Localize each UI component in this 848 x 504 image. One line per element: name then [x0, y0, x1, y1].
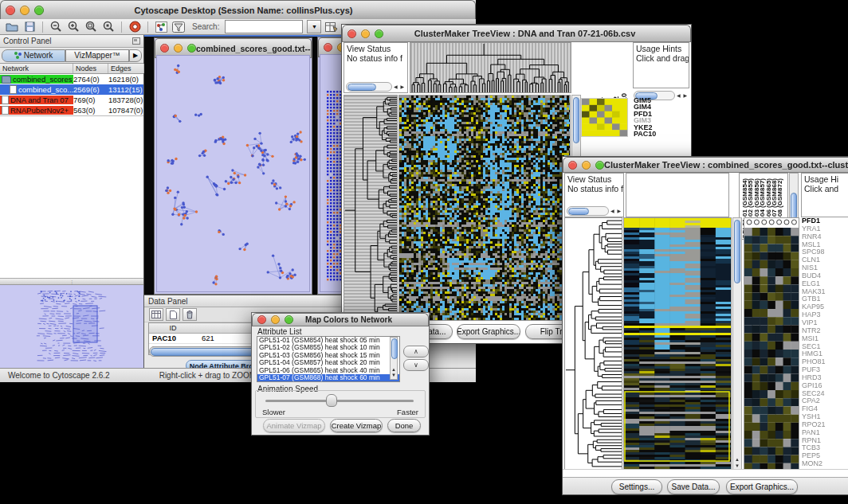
- animate-vizmap-button[interactable]: Animate Vizmap: [263, 419, 325, 432]
- search-input[interactable]: [225, 20, 303, 33]
- zoom-button[interactable]: [187, 44, 196, 53]
- overview-canvas: [0, 285, 143, 368]
- tv1-column-dendrogram[interactable]: [410, 42, 571, 93]
- open-file-icon[interactable]: [5, 21, 19, 33]
- tv1-view-status: View Status No status info f ◀ ▶: [344, 42, 408, 93]
- network-row[interactable]: combined_scores_ 2764(0) 16218(0): [0, 74, 143, 84]
- speed-slider-thumb[interactable]: [326, 394, 337, 407]
- zoom-button[interactable]: [595, 161, 604, 170]
- dialog-title: Map Colors to Network: [293, 315, 404, 324]
- network-type-icon: [2, 106, 9, 115]
- float-panel-icon[interactable]: [132, 37, 140, 45]
- tv1-zoommatrix-canvas: [582, 99, 627, 136]
- tv1-title: ClusterMaker TreeView : DNA and Tran 07-…: [383, 29, 666, 38]
- attribute-list-label: Attribute List: [257, 327, 302, 336]
- zoom-button[interactable]: [285, 315, 293, 324]
- close-button[interactable]: [568, 161, 577, 170]
- move-down-button[interactable]: ∨: [403, 359, 429, 371]
- search-label: Search:: [192, 22, 219, 31]
- minimize-button[interactable]: [20, 6, 29, 15]
- network-row[interactable]: combined_sco... 2569(6) 13112(15): [0, 84, 143, 95]
- help-lifering-icon[interactable]: [128, 21, 142, 33]
- tv2-view-status: View Status No status info f ◀ ▶: [564, 173, 624, 217]
- network-view-1[interactable]: [156, 55, 310, 292]
- save-icon[interactable]: [22, 21, 37, 33]
- frame1-title: combined_scores_good.txt--cluste...: [196, 44, 311, 53]
- network-table-rows: combined_scores_ 2764(0) 16218(0) combin…: [0, 74, 143, 116]
- attribute-item[interactable]: GPL51-07 (GSM868) heat shock 60 min: [257, 374, 399, 381]
- animation-speed-group: Slower Faster: [255, 390, 426, 418]
- tv2-row-dendrogram[interactable]: [564, 217, 622, 471]
- tv1-heatmap[interactable]: [398, 95, 571, 321]
- tv1-row-dendrogram[interactable]: [344, 95, 398, 321]
- close-button[interactable]: [257, 315, 266, 324]
- table-export-icon[interactable]: [324, 21, 339, 33]
- tv2-status-scrollbar[interactable]: ◀ ▶: [567, 206, 622, 215]
- desktop: Cytoscape Desktop (Session Name: collins…: [0, 0, 848, 504]
- zoom-selected-icon[interactable]: [101, 21, 116, 33]
- network-row[interactable]: DNA and Tran 07 769(0) 183728(0): [0, 95, 143, 105]
- network-type-icon: [2, 96, 9, 104]
- select-attributes-icon[interactable]: [149, 308, 163, 321]
- tv2-heatmap-canvas: [624, 218, 731, 470]
- tv2-zoom-heatmap[interactable]: [744, 217, 799, 471]
- tv1-coldendro-canvas: [410, 43, 571, 92]
- minimize-button[interactable]: [361, 29, 370, 38]
- dialog-titlebar[interactable]: Map Colors to Network: [252, 313, 429, 326]
- tv1-status-scrollbar[interactable]: ◀ ▶: [346, 82, 405, 91]
- attr-list-scrollbar[interactable]: ▲▼: [390, 337, 398, 380]
- minimize-button[interactable]: [582, 161, 591, 170]
- treeview2-window: ClusterMaker TreeView : combined_scores_…: [562, 156, 848, 495]
- minimize-button[interactable]: [174, 44, 183, 53]
- new-attribute-icon[interactable]: [166, 308, 180, 321]
- search-dropdown-button[interactable]: ▼: [307, 20, 321, 33]
- zoom-in-icon[interactable]: [66, 21, 80, 33]
- close-button[interactable]: [160, 44, 169, 53]
- tv1-titlebar[interactable]: ClusterMaker TreeView : DNA and Tran 07-…: [342, 25, 691, 42]
- tv2-column-tree-area[interactable]: [626, 173, 729, 217]
- delete-attribute-icon[interactable]: [183, 308, 197, 321]
- tv1-rowdendro-canvas: [344, 96, 397, 320]
- move-up-button[interactable]: ∧: [403, 346, 429, 357]
- panel-divider[interactable]: ⋮: [0, 278, 143, 285]
- speed-slider-track[interactable]: [265, 400, 414, 402]
- zoom-button[interactable]: [375, 29, 383, 38]
- map-colors-dialog: Map Colors to Network Attribute List GPL…: [251, 312, 430, 436]
- tv1-export-graphics-button[interactable]: Export Graphics...: [457, 324, 520, 339]
- settings-button[interactable]: Settings...: [611, 479, 662, 494]
- more-tabs-arrow-icon[interactable]: ▶: [129, 49, 142, 62]
- close-button[interactable]: [347, 29, 356, 38]
- create-vizmap-button[interactable]: Create Vizmap: [330, 419, 383, 432]
- tv2-titlebar[interactable]: ClusterMaker TreeView : combined_scores_…: [563, 157, 848, 173]
- close-button[interactable]: [6, 6, 15, 15]
- minimize-button[interactable]: [271, 315, 280, 324]
- status-hint-zoom: Right-click + drag to ZOOM: [159, 371, 256, 380]
- filter-icon[interactable]: [171, 21, 186, 33]
- tab-network[interactable]: Network: [2, 49, 65, 62]
- done-button[interactable]: Done: [387, 419, 421, 432]
- network-table-header: Network Nodes Edges: [0, 63, 143, 74]
- save-data-button[interactable]: Save Data...: [667, 479, 720, 494]
- zoom-fit-icon[interactable]: [84, 21, 98, 33]
- network1-canvas: [157, 56, 309, 291]
- tv2-heatmap[interactable]: [623, 217, 732, 471]
- data-panel-title: Data Panel: [148, 297, 187, 306]
- zoom-out-icon[interactable]: [49, 21, 63, 33]
- export-graphics-button[interactable]: Export Graphics...: [726, 479, 798, 494]
- close-button[interactable]: [324, 43, 332, 52]
- tab-vizmapper[interactable]: VizMapper™: [65, 49, 129, 62]
- tv2-usage-hints: Usage Hi Click and: [801, 173, 848, 217]
- network-overview-panel[interactable]: [0, 285, 143, 368]
- main-titlebar[interactable]: Cytoscape Desktop (Session Name: collins…: [0, 0, 476, 20]
- row-label[interactable]: PAC10: [634, 131, 656, 137]
- network-frame-1: combined_scores_good.txt--cluste...: [154, 37, 312, 295]
- vizmapper-nodes-icon[interactable]: [154, 21, 168, 33]
- attribute-list: GPL51-01 (GSM854) heat shock 05 minGPL51…: [257, 336, 400, 382]
- status-welcome: Welcome to Cytoscape 2.6.2: [8, 371, 110, 380]
- zoom-button[interactable]: [34, 6, 44, 15]
- tv2-vscrollbar[interactable]: ▲▼: [732, 217, 742, 471]
- gene-item[interactable]: MON2: [802, 460, 848, 468]
- network-row[interactable]: RNAPuberNov2+ 563(0) 107847(0): [0, 105, 143, 115]
- network-type-icon: [2, 76, 11, 84]
- tv1-zoom-matrix[interactable]: [581, 98, 628, 137]
